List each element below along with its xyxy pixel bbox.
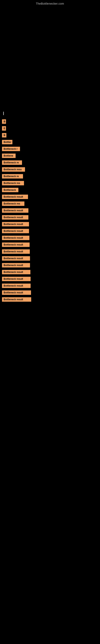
result-bar: Bottleneck res <box>2 181 24 185</box>
result-item: Bottleneck res <box>2 181 98 186</box>
results-container: BEBBottlerBottleneck rBottleneBottleneck… <box>2 119 98 302</box>
result-bar: Bottleneck resu <box>2 167 25 172</box>
result-item: Bottlene <box>2 154 98 159</box>
result-item: Bottleneck result <box>2 270 98 275</box>
result-bar: Bottleneck result <box>2 215 28 220</box>
result-item: Bottleneck result <box>2 229 98 234</box>
chart-area <box>0 6 100 107</box>
result-item: Bottleneck result <box>2 242 98 248</box>
result-bar: E <box>2 126 6 130</box>
result-bar: Bottleneck result <box>2 270 30 274</box>
result-item: Bottleneck <box>2 188 98 193</box>
result-item: Bottleneck result <box>2 194 98 200</box>
result-bar: Bottleneck res <box>2 202 24 206</box>
result-bar: Bottleneck result <box>2 256 30 260</box>
result-item: Bottleneck res <box>2 202 98 207</box>
result-bar: Bottleneck <box>2 188 18 192</box>
result-item: Bottler <box>2 140 98 145</box>
result-item: Bottleneck result <box>2 297 98 302</box>
result-bar: B <box>2 119 6 124</box>
result-item: E <box>2 126 98 132</box>
result-item: Bottleneck result <box>2 215 98 220</box>
result-item: Bottleneck result <box>2 263 98 268</box>
result-bar: Bottleneck result <box>2 236 29 240</box>
result-item: Bottleneck result <box>2 236 98 241</box>
result-item: Bottleneck result <box>2 208 98 214</box>
result-item: Bottleneck result <box>2 249 98 254</box>
result-item: Bottleneck resu <box>2 167 98 172</box>
result-bar: Bottleneck result <box>2 242 30 247</box>
result-bar: Bottleneck result <box>2 208 28 213</box>
result-bar: Bottleneck result <box>2 284 31 288</box>
result-item: Bottleneck result <box>2 284 98 289</box>
result-bar: Bottleneck result <box>2 290 31 295</box>
result-bar: Bottleneck result <box>2 297 31 302</box>
section-label: | <box>2 111 98 115</box>
result-bar: Bottleneck r <box>2 147 20 151</box>
result-item: Bottleneck re <box>2 174 98 179</box>
results-section: | BEBBottlerBottleneck rBottleneBottlene… <box>0 107 100 306</box>
result-bar: Bottleneck re <box>2 160 22 165</box>
result-item: Bottleneck r <box>2 147 98 152</box>
result-bar: Bottleneck result <box>2 263 30 268</box>
result-item: Bottleneck result <box>2 277 98 282</box>
result-bar: Bottleneck re <box>2 174 23 178</box>
result-bar: Bottleneck result <box>2 277 31 281</box>
result-bar: Bottlene <box>2 154 16 158</box>
result-bar: Bottleneck result <box>2 222 29 226</box>
result-item: Bottleneck result <box>2 256 98 262</box>
site-title: TheBottlenecker.com <box>0 0 100 6</box>
site-header: TheBottlenecker.com <box>0 0 100 6</box>
result-item: B <box>2 119 98 124</box>
result-bar: Bottler <box>2 140 12 144</box>
result-item: B <box>2 133 98 138</box>
result-bar: Bottleneck result <box>2 249 30 254</box>
result-bar: Bottleneck result <box>2 229 29 233</box>
result-item: Bottleneck result <box>2 222 98 227</box>
result-bar: Bottleneck result <box>2 194 28 199</box>
result-item: Bottleneck re <box>2 160 98 166</box>
result-item: Bottleneck result <box>2 290 98 296</box>
result-bar: B <box>2 133 6 138</box>
